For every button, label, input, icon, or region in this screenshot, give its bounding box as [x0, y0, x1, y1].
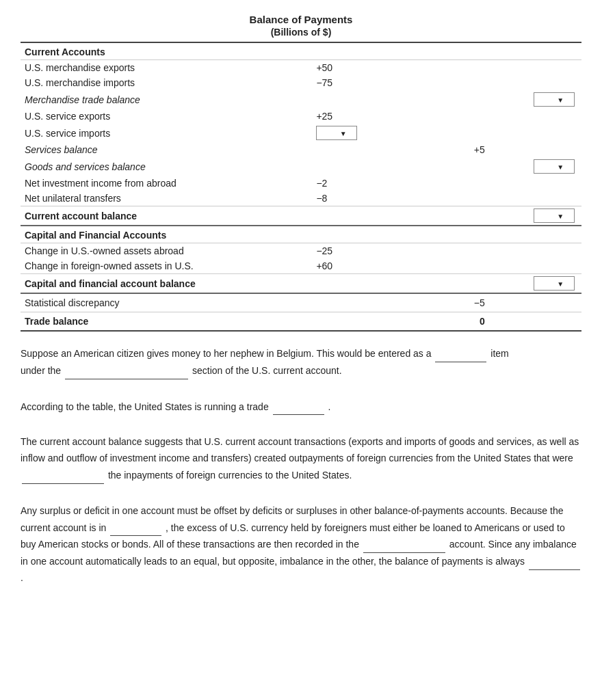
row-value: +25 — [312, 109, 402, 124]
table-row: U.S. merchandise imports −75 — [21, 75, 581, 90]
row-result: −5 — [402, 294, 492, 312]
question-4: Any surplus or deficit in one account mu… — [21, 503, 581, 587]
row-value: +50 — [312, 60, 402, 76]
row-value — [312, 274, 402, 294]
q1-blank-1[interactable] — [435, 345, 486, 362]
row-value: −2 — [312, 176, 402, 191]
row-label: Net investment income from abroad — [21, 176, 312, 191]
row-label: Trade balance — [21, 312, 312, 331]
balance-of-payments-table: Current Accounts U.S. merchandise export… — [21, 42, 581, 332]
row-value — [312, 124, 402, 142]
row-value — [312, 142, 402, 157]
row-value: −25 — [312, 243, 402, 259]
goods-services-balance-dropdown[interactable] — [534, 159, 575, 174]
row-value: −8 — [312, 191, 402, 206]
question-1: Suppose an American citizen gives money … — [21, 345, 581, 379]
row-dropdown — [492, 90, 581, 109]
section-header-capital: Capital and Financial Accounts — [21, 226, 581, 243]
q4-blank-2[interactable] — [363, 536, 445, 553]
row-result — [402, 60, 492, 76]
table-row: U.S. merchandise exports +50 — [21, 60, 581, 76]
row-result — [402, 243, 492, 259]
row-result: +5 — [402, 142, 492, 157]
page-title: Balance of Payments — [21, 14, 581, 25]
question-4-text: Any surplus or deficit in one account mu… — [21, 503, 581, 587]
row-result — [402, 274, 492, 294]
row-result — [402, 258, 492, 274]
row-label: Current account balance — [21, 206, 312, 226]
bottom-border — [21, 331, 581, 332]
row-result — [402, 109, 492, 124]
table-row-trade-balance: Trade balance 0 — [21, 312, 581, 331]
section-header-current: Current Accounts — [21, 43, 581, 60]
table-row: Change in foreign-owned assets in U.S. +… — [21, 258, 581, 274]
row-label: Statistical discrepancy — [21, 294, 312, 312]
row-result — [402, 176, 492, 191]
row-label: U.S. merchandise imports — [21, 75, 312, 90]
row-dropdown — [492, 312, 581, 331]
row-label: Capital and financial account balance — [21, 274, 312, 294]
row-dropdown — [492, 75, 581, 90]
row-label: U.S. service exports — [21, 109, 312, 124]
page-subtitle: (Billions of $) — [21, 27, 581, 38]
row-result — [402, 191, 492, 206]
row-label: Services balance — [21, 142, 312, 157]
row-value — [312, 90, 402, 109]
row-dropdown — [492, 294, 581, 312]
row-dropdown — [492, 243, 581, 259]
row-dropdown — [492, 60, 581, 76]
questions-section: Suppose an American citizen gives money … — [21, 345, 581, 587]
row-dropdown — [492, 274, 581, 294]
row-dropdown — [492, 206, 581, 226]
row-value: −75 — [312, 75, 402, 90]
row-result — [402, 75, 492, 90]
table-row: Services balance +5 — [21, 142, 581, 157]
merchandise-balance-dropdown[interactable] — [534, 92, 575, 107]
table-row: Capital and financial account balance — [21, 274, 581, 294]
section-label-current: Current Accounts — [25, 46, 105, 57]
q1-blank-2[interactable] — [65, 362, 188, 379]
row-value — [312, 206, 402, 226]
q2-blank-1[interactable] — [273, 399, 324, 416]
row-label: Change in foreign-owned assets in U.S. — [21, 258, 312, 274]
row-value: +60 — [312, 258, 402, 274]
row-result — [402, 124, 492, 142]
table-row: Net investment income from abroad −2 — [21, 176, 581, 191]
question-3-text: The current account balance suggests tha… — [21, 434, 581, 483]
row-result — [402, 157, 492, 176]
q4-blank-3[interactable] — [529, 553, 580, 570]
row-result — [402, 90, 492, 109]
row-label: Merchandise trade balance — [21, 90, 312, 109]
row-value — [312, 294, 402, 312]
table-row: U.S. service exports +25 — [21, 109, 581, 124]
row-label: U.S. merchandise exports — [21, 60, 312, 76]
table-row: Current account balance — [21, 206, 581, 226]
table-row: Net unilateral transfers −8 — [21, 191, 581, 206]
section-label-capital: Capital and Financial Accounts — [25, 230, 166, 241]
row-result: 0 — [402, 312, 492, 331]
row-dropdown — [492, 191, 581, 206]
row-result — [402, 206, 492, 226]
row-label: Change in U.S.-owned assets abroad — [21, 243, 312, 259]
row-label: U.S. service imports — [21, 124, 312, 142]
question-2-text: According to the table, the United State… — [21, 399, 581, 416]
q4-blank-1[interactable] — [110, 520, 161, 537]
table-row: Merchandise trade balance — [21, 90, 581, 109]
current-account-balance-dropdown[interactable] — [534, 208, 575, 223]
table-row: Change in U.S.-owned assets abroad −25 — [21, 243, 581, 259]
row-dropdown — [492, 109, 581, 124]
table-row-statistical: Statistical discrepancy −5 — [21, 294, 581, 312]
q3-blank-1[interactable] — [22, 467, 104, 484]
question-1-text: Suppose an American citizen gives money … — [21, 345, 581, 379]
question-3: The current account balance suggests tha… — [21, 434, 581, 483]
row-value — [312, 157, 402, 176]
service-imports-dropdown[interactable] — [316, 126, 357, 140]
row-value — [312, 312, 402, 331]
table-row: Goods and services balance — [21, 157, 581, 176]
row-dropdown — [492, 258, 581, 274]
capital-account-balance-dropdown[interactable] — [534, 276, 575, 291]
row-dropdown — [492, 142, 581, 157]
row-label: Net unilateral transfers — [21, 191, 312, 206]
table-row: U.S. service imports — [21, 124, 581, 142]
row-dropdown — [492, 124, 581, 142]
